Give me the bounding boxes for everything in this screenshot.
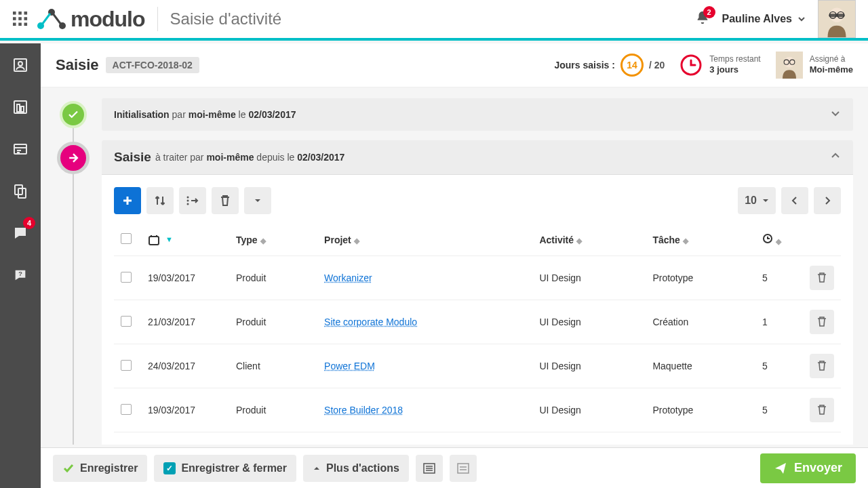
delete-button[interactable] (212, 187, 239, 214)
svg-text:?: ? (18, 270, 22, 277)
checkbox-checked-icon: ✓ (163, 462, 176, 474)
table-row: 19/03/2017ProduitWorkanizerUI DesignProt… (114, 256, 841, 300)
rail-help[interactable]: ? (7, 262, 34, 289)
svg-point-37 (187, 200, 189, 202)
assigned-value: Moi-même (810, 64, 853, 75)
row-delete-button[interactable] (810, 310, 834, 334)
cell-date: 19/03/2017 (141, 256, 229, 300)
table-row: 24/03/2017ClientPower EDMUI DesignMaquet… (114, 344, 841, 388)
row-checkbox[interactable] (121, 272, 132, 283)
brand-name: modulo (71, 7, 145, 32)
cell-type: Produit (229, 300, 317, 344)
profile-icon (12, 57, 28, 73)
next-page-button[interactable] (814, 187, 841, 214)
row-checkbox[interactable] (121, 404, 132, 415)
page-size-value: 10 (745, 195, 757, 207)
compact-view-icon (457, 463, 469, 474)
project-link[interactable]: Store Builder 2018 (324, 405, 403, 415)
cell-duree: 5 (755, 344, 803, 388)
rail-news[interactable] (7, 136, 34, 163)
svg-rect-16 (829, 14, 844, 17)
select-all-checkbox[interactable] (121, 233, 132, 244)
col-type[interactable]: Type◆ (229, 224, 317, 256)
rail-building[interactable] (7, 94, 34, 121)
brand-logo[interactable]: modulo (37, 7, 145, 32)
cell-tache: Maquette (646, 344, 755, 388)
row-delete-button[interactable] (810, 354, 834, 378)
step-init-header[interactable]: Initialisation par moi-même le 02/03/201… (102, 98, 853, 131)
avatar[interactable] (818, 0, 856, 38)
workflow-steps: Initialisation par moi-même le 02/03/201… (41, 87, 868, 445)
cell-tache: Création (646, 300, 755, 344)
svg-line-12 (42, 14, 50, 24)
rail-profile[interactable] (7, 52, 34, 79)
assigned-to: Assigné àMoi-même (776, 52, 853, 79)
clock-icon (679, 54, 703, 77)
col-projet[interactable]: Projet◆ (317, 224, 532, 256)
col-activite[interactable]: Activité◆ (532, 224, 646, 256)
svg-rect-24 (14, 144, 26, 154)
apps-menu-button[interactable] (8, 7, 33, 31)
page-size-select[interactable]: 10 (738, 187, 776, 214)
prev-page-button[interactable] (781, 187, 808, 214)
svg-rect-4 (18, 17, 22, 20)
more-button[interactable] (244, 187, 271, 214)
sort-indicator-icon: ▼ (165, 235, 173, 243)
user-name: Pauline Alves (722, 13, 792, 25)
row-checkbox[interactable] (121, 360, 132, 371)
cell-activite: UI Design (532, 256, 646, 300)
cell-duree: 5 (755, 388, 803, 432)
chevron-right-icon (824, 196, 831, 205)
activity-table: ▼ Type◆ Projet◆ Activité◆ Tâche◆ ◆ 19/03… (114, 224, 841, 432)
cell-activite: UI Design (532, 344, 646, 388)
save-close-button[interactable]: ✓ Enregistrer & fermer (154, 455, 296, 482)
columns-button[interactable] (179, 187, 206, 214)
building-icon (12, 99, 28, 115)
user-menu[interactable]: Pauline Alves (722, 13, 806, 25)
send-button[interactable]: Envoyer (760, 453, 856, 483)
project-link[interactable]: Workanizer (324, 272, 372, 283)
cell-activite: UI Design (532, 300, 646, 344)
svg-point-36 (187, 197, 189, 199)
col-date[interactable]: ▼ (141, 224, 229, 256)
add-row-button[interactable] (114, 187, 141, 214)
row-delete-button[interactable] (810, 398, 834, 422)
svg-rect-23 (21, 106, 24, 112)
content-area: Saisie ACT-FCO-2018-02 Jours saisis : 14… (41, 43, 868, 447)
logo-icon (37, 7, 66, 31)
save-button[interactable]: Enregistrer (53, 455, 147, 482)
sort-button[interactable] (146, 187, 174, 214)
view-list-button[interactable] (416, 455, 443, 482)
svg-line-13 (53, 14, 61, 24)
page-heading: Saisie d'activité (170, 9, 282, 28)
view-compact-button[interactable] (450, 455, 477, 482)
days-max: / 20 (649, 60, 665, 70)
step-saisie-header[interactable]: Saisie à traiter par moi-même depuis le … (102, 140, 853, 174)
trash-icon (817, 405, 827, 415)
trash-icon (817, 361, 827, 371)
col-tache[interactable]: Tâche◆ (646, 224, 755, 256)
title-row: Saisie ACT-FCO-2018-02 Jours saisis : 14… (41, 43, 868, 87)
check-icon (67, 108, 79, 121)
project-link[interactable]: Site corporate Modulo (324, 317, 417, 327)
timeline (60, 101, 87, 445)
more-actions-button[interactable]: Plus d'actions (303, 455, 409, 482)
save-label: Enregistrer (80, 462, 138, 474)
rail-copy[interactable] (7, 178, 34, 205)
rail-chat[interactable]: 4 (7, 220, 34, 247)
clock-icon (762, 233, 773, 244)
chat-badge: 4 (23, 217, 35, 229)
page-title: Saisie (56, 56, 99, 74)
svg-point-20 (18, 62, 22, 66)
time-remaining: Temps restant3 jours (679, 54, 760, 77)
row-delete-button[interactable] (810, 266, 834, 290)
row-checkbox[interactable] (121, 316, 132, 327)
table-row: 19/03/2017ProduitStore Builder 2018UI De… (114, 388, 841, 432)
cell-date: 21/03/2017 (141, 300, 229, 344)
cell-date: 19/03/2017 (141, 388, 229, 432)
col-duration[interactable]: ◆ (755, 224, 803, 256)
project-link[interactable]: Power EDM (324, 361, 375, 371)
svg-rect-3 (13, 17, 16, 20)
check-icon (62, 462, 75, 474)
notifications-button[interactable]: 2 (695, 10, 710, 28)
